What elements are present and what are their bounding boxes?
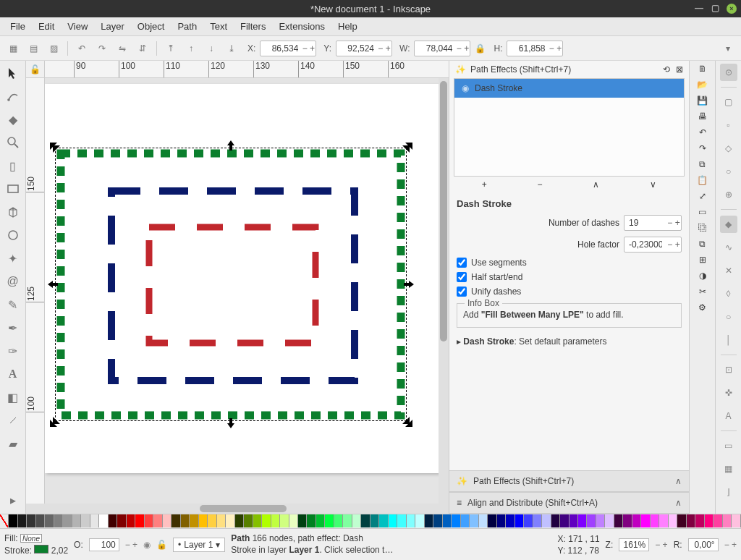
spiral-tool[interactable]: @ bbox=[4, 272, 22, 291]
node-tool[interactable] bbox=[4, 87, 22, 106]
deselect-button[interactable]: ▨ bbox=[45, 40, 62, 57]
prefs-button[interactable]: ⚙ bbox=[698, 302, 706, 313]
minimize-button[interactable]: — bbox=[695, 4, 703, 12]
snap-rotation-button[interactable]: ✜ bbox=[720, 384, 737, 402]
menu-extensions[interactable]: Extensions bbox=[273, 18, 331, 35]
opacity-field[interactable] bbox=[89, 538, 119, 551]
text-tool[interactable]: A bbox=[4, 365, 22, 383]
swatch[interactable] bbox=[199, 514, 208, 527]
swatch[interactable] bbox=[623, 514, 632, 527]
dropper-tool[interactable]: ⟋ bbox=[4, 411, 22, 430]
swatch[interactable] bbox=[307, 514, 316, 527]
visibility-icon[interactable]: ◉ bbox=[462, 83, 469, 93]
swatch[interactable] bbox=[370, 514, 379, 527]
panel-detach-button[interactable]: ⟲ bbox=[663, 64, 670, 75]
swatch[interactable] bbox=[677, 514, 686, 527]
circle-tool[interactable] bbox=[4, 226, 22, 245]
clone-button[interactable]: ⧉ bbox=[699, 239, 706, 249]
swatch[interactable] bbox=[578, 514, 587, 527]
raise-button[interactable]: ↑ bbox=[182, 40, 200, 57]
half-startend-checkbox[interactable] bbox=[457, 272, 467, 282]
swatch[interactable] bbox=[488, 514, 496, 527]
more-options-button[interactable]: ▾ bbox=[719, 40, 737, 57]
swatch[interactable] bbox=[235, 514, 244, 527]
hole-factor-field[interactable]: − + bbox=[624, 237, 682, 253]
rectangle-tool[interactable] bbox=[4, 179, 22, 198]
open-button[interactable]: 📂 bbox=[697, 80, 708, 90]
menu-filters[interactable]: Filters bbox=[234, 18, 271, 35]
scale-handle-w[interactable] bbox=[48, 279, 58, 289]
swatch[interactable] bbox=[109, 514, 117, 527]
swatch[interactable] bbox=[560, 514, 569, 527]
tab-align-distribute[interactable]: ≡ Align and Distribute (Shift+Ctrl+A)∧ bbox=[449, 492, 689, 514]
swatch[interactable] bbox=[596, 514, 605, 527]
swatch[interactable] bbox=[208, 514, 216, 527]
x-field[interactable]: − + bbox=[260, 41, 316, 56]
swatch[interactable] bbox=[253, 514, 262, 527]
y-field[interactable]: − + bbox=[336, 41, 392, 56]
set-defaults-row[interactable]: ▸ Dash Stroke: Set default parameters bbox=[449, 332, 689, 351]
close-button[interactable]: × bbox=[727, 4, 737, 14]
swatch[interactable] bbox=[651, 514, 659, 527]
zoom-page-button[interactable]: ▭ bbox=[698, 207, 706, 217]
swatch[interactable] bbox=[569, 514, 578, 527]
snap-cusp-button[interactable]: ◊ bbox=[720, 285, 737, 302]
vertical-scrollbar[interactable] bbox=[439, 78, 449, 504]
swatch[interactable] bbox=[551, 514, 560, 527]
selector-tool[interactable] bbox=[4, 64, 22, 82]
swatch[interactable] bbox=[443, 514, 452, 527]
swatch[interactable] bbox=[181, 514, 190, 527]
new-doc-button[interactable]: 🗎 bbox=[698, 64, 707, 74]
group-button[interactable]: ⊞ bbox=[699, 255, 706, 265]
remove-lpe-button[interactable]: − bbox=[538, 179, 543, 190]
zoom-field[interactable] bbox=[619, 538, 649, 551]
swatch[interactable] bbox=[379, 514, 388, 527]
swatch[interactable] bbox=[397, 514, 406, 527]
snap-bbox-button[interactable]: ▢ bbox=[720, 93, 737, 111]
swatch[interactable] bbox=[54, 514, 63, 527]
swatch[interactable] bbox=[461, 514, 470, 527]
swatch[interactable] bbox=[479, 514, 488, 527]
swatch[interactable] bbox=[695, 514, 704, 527]
zoom-tool[interactable] bbox=[4, 133, 22, 152]
swatch[interactable] bbox=[659, 514, 668, 527]
swatch[interactable] bbox=[72, 514, 81, 527]
swatch[interactable] bbox=[641, 514, 650, 527]
copy-button[interactable]: ⧉ bbox=[699, 159, 706, 169]
rotate-cw-button[interactable]: ↷ bbox=[93, 40, 111, 57]
menu-edit[interactable]: Edit bbox=[33, 18, 60, 35]
flip-h-button[interactable]: ⇋ bbox=[114, 40, 131, 57]
ruler-lock-icon[interactable]: 🔓 bbox=[26, 61, 45, 78]
swatch[interactable] bbox=[524, 514, 533, 527]
move-lpe-down-button[interactable]: ∨ bbox=[650, 179, 656, 190]
lower-button[interactable]: ↓ bbox=[203, 40, 220, 57]
swatch[interactable] bbox=[705, 514, 714, 527]
swatch[interactable] bbox=[687, 514, 695, 527]
calligraphy-tool[interactable]: ✑ bbox=[4, 341, 22, 360]
undo-button[interactable]: ↶ bbox=[699, 127, 706, 137]
flip-v-button[interactable]: ⇵ bbox=[134, 40, 151, 57]
snap-path-button[interactable]: ∿ bbox=[720, 239, 737, 256]
swatch[interactable] bbox=[605, 514, 614, 527]
scale-handle-se[interactable] bbox=[402, 417, 412, 427]
menu-file[interactable]: File bbox=[4, 18, 31, 35]
lock-icon[interactable]: 🔒 bbox=[473, 42, 486, 55]
move-lpe-up-button[interactable]: ∧ bbox=[593, 179, 599, 190]
swatch[interactable] bbox=[587, 514, 596, 527]
redo-button[interactable]: ↷ bbox=[699, 143, 706, 153]
print-button[interactable]: 🖶 bbox=[698, 111, 707, 122]
snap-corner-button[interactable]: ◇ bbox=[720, 140, 737, 157]
scale-handle-n[interactable] bbox=[226, 140, 236, 150]
layer-selector[interactable]: •Layer 1 ▾ bbox=[173, 538, 225, 552]
tab-path-effects[interactable]: ✨ Path Effects (Shift+Ctrl+7)∧ bbox=[449, 470, 689, 492]
fill-indicator[interactable]: None bbox=[20, 534, 42, 543]
color-palette[interactable] bbox=[0, 514, 741, 528]
swatch[interactable] bbox=[271, 514, 280, 527]
swatch[interactable] bbox=[506, 514, 515, 527]
swatch[interactable] bbox=[99, 514, 108, 527]
3dbox-tool[interactable] bbox=[4, 203, 22, 221]
swatch[interactable] bbox=[81, 514, 90, 527]
swatch[interactable] bbox=[452, 514, 460, 527]
scale-handle-e[interactable] bbox=[404, 279, 414, 289]
swatch[interactable] bbox=[334, 514, 343, 527]
